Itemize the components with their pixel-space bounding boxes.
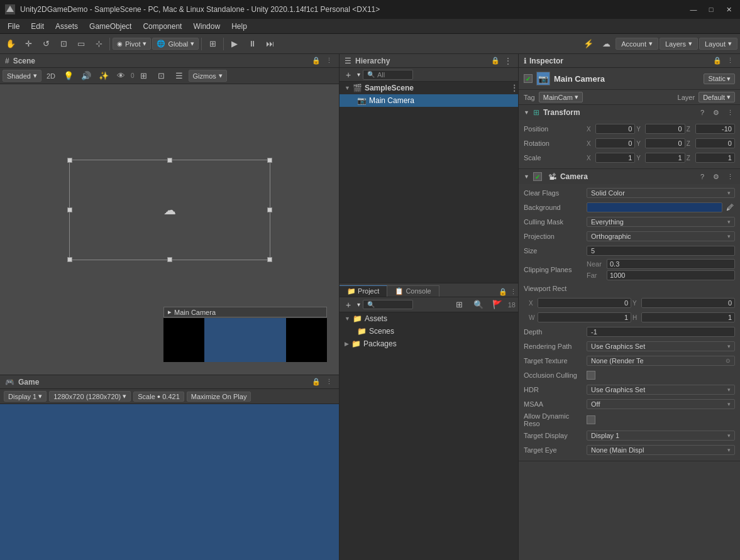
occlusion-culling-checkbox[interactable]: [587, 371, 595, 380]
hierarchy-item-samplescene[interactable]: ▼ 🎬 SampleScene ⋮: [340, 82, 518, 94]
rot-z-input[interactable]: 0: [695, 138, 735, 148]
transform-help-button[interactable]: ?: [697, 107, 707, 118]
project-flag-button[interactable]: 🚩: [489, 297, 505, 312]
close-button[interactable]: ✕: [722, 4, 735, 14]
move-tool-button[interactable]: ✛: [20, 36, 36, 52]
menu-window[interactable]: Window: [188, 21, 225, 32]
project-item-scenes[interactable]: 📁 Scenes: [340, 325, 518, 338]
tab-console[interactable]: 📋 Console: [387, 285, 439, 297]
handle-middle-right[interactable]: [267, 207, 272, 212]
scale-y-input[interactable]: 1: [645, 153, 685, 163]
shading-mode-dropdown[interactable]: Shaded ▾: [3, 70, 41, 82]
snap-settings-button[interactable]: ⊡: [153, 69, 170, 84]
object-name[interactable]: Main Camera: [554, 74, 700, 84]
menu-file[interactable]: File: [3, 21, 25, 32]
transform-settings-button[interactable]: ⚙: [711, 107, 721, 118]
background-pipette-button[interactable]: 🖉: [725, 202, 735, 212]
culling-mask-dropdown[interactable]: Everything ▾: [587, 217, 735, 227]
handle-bottom-right[interactable]: [267, 257, 272, 262]
inspector-menu-button[interactable]: ⋮: [725, 56, 735, 66]
effects-button[interactable]: ✨: [96, 69, 112, 84]
step-button[interactable]: ⏭: [262, 36, 278, 52]
scene-dots[interactable]: ⋮: [511, 84, 518, 92]
hierarchy-item-maincamera[interactable]: 📷 Main Camera: [340, 94, 518, 107]
clear-flags-dropdown[interactable]: Solid Color ▾: [587, 188, 735, 198]
near-input[interactable]: 0.3: [607, 259, 735, 269]
account-dropdown[interactable]: Account ▾: [616, 38, 658, 50]
hierarchy-menu-button[interactable]: ⋮: [503, 56, 513, 66]
menu-gameobject[interactable]: GameObject: [84, 21, 136, 32]
static-dropdown[interactable]: Static ▾: [704, 74, 735, 84]
transform-menu-button[interactable]: ⋮: [725, 107, 735, 118]
play-button[interactable]: ▶: [226, 36, 243, 52]
object-active-checkbox[interactable]: ✓: [524, 74, 533, 83]
allow-dynamic-checkbox[interactable]: [587, 415, 595, 424]
project-lock-button[interactable]: 🔒: [498, 287, 508, 297]
project-menu-button[interactable]: ⋮: [508, 287, 518, 297]
menu-component[interactable]: Component: [138, 21, 187, 32]
menu-help[interactable]: Help: [226, 21, 252, 32]
handle-middle-left[interactable]: [67, 207, 72, 212]
snap-button[interactable]: ⊞: [204, 36, 221, 52]
global-dropdown[interactable]: 🌐 Global ▾: [152, 38, 199, 50]
camera-settings-button[interactable]: ⚙: [711, 172, 721, 182]
hierarchy-lock-button[interactable]: 🔒: [490, 56, 500, 66]
camera-menu-button[interactable]: ⋮: [725, 172, 735, 182]
vr-w-input[interactable]: 1: [538, 312, 631, 322]
game-lock-button[interactable]: 🔒: [311, 377, 321, 387]
audio-button[interactable]: 🔊: [78, 69, 94, 84]
handle-top-middle[interactable]: [167, 158, 172, 163]
maximize-button[interactable]: Maximize On Play: [187, 392, 251, 402]
rotate-tool-button[interactable]: ↺: [38, 36, 54, 52]
scene-view-tools[interactable]: ☰: [171, 69, 187, 84]
layers-dropdown[interactable]: Layers ▾: [660, 38, 698, 50]
pos-y-input[interactable]: 0: [645, 124, 685, 134]
rot-y-input[interactable]: 0: [645, 138, 685, 148]
far-input[interactable]: 1000: [607, 270, 735, 280]
scene-canvas[interactable]: ☁ ▸ Main Camera: [0, 84, 339, 375]
transform-comp-header[interactable]: ▼ ⊞ Transform ? ⚙ ⋮: [519, 105, 740, 120]
camera-comp-header[interactable]: ▼ ✓ 📽 Camera ? ⚙ ⋮: [519, 169, 740, 184]
gizmos-dropdown[interactable]: Gizmos ▾: [189, 70, 227, 82]
pause-button[interactable]: ⏸: [244, 36, 260, 52]
scale-x-input[interactable]: 1: [595, 153, 635, 163]
project-search[interactable]: 🔍: [363, 300, 413, 309]
camera-help-button[interactable]: ?: [697, 172, 707, 182]
collab-button[interactable]: ⚡: [580, 36, 597, 52]
hierarchy-content[interactable]: ▼ 🎬 SampleScene ⋮ 📷 Main Camera: [340, 82, 518, 283]
tag-dropdown[interactable]: MainCam ▾: [539, 92, 583, 102]
depth-input[interactable]: -1: [587, 327, 735, 337]
msaa-dropdown[interactable]: Off ▾: [587, 399, 735, 409]
background-color-swatch[interactable]: [587, 202, 722, 212]
hierarchy-search[interactable]: 🔍 All: [363, 70, 413, 80]
menu-assets[interactable]: Assets: [50, 21, 83, 32]
minimize-button[interactable]: —: [687, 4, 700, 14]
scale-control[interactable]: Scale ● 0.421: [133, 392, 184, 402]
2d-button[interactable]: 2D: [43, 69, 59, 84]
vr-x-input[interactable]: 0: [538, 298, 631, 308]
resolution-dropdown[interactable]: 1280x720 (1280x720) ▾: [49, 391, 131, 402]
pivot-dropdown[interactable]: ◉ Pivot ▾: [113, 38, 151, 50]
transform-tool-button[interactable]: ⊹: [91, 36, 107, 52]
inspector-lock-button[interactable]: 🔒: [712, 56, 722, 66]
cloud-button[interactable]: ☁: [598, 36, 614, 52]
hdr-dropdown[interactable]: Use Graphics Set ▾: [587, 385, 735, 395]
handle-bottom-left[interactable]: [67, 257, 72, 262]
layout-dropdown[interactable]: Layout ▾: [699, 38, 737, 50]
rendering-path-dropdown[interactable]: Use Graphics Set ▾: [587, 341, 735, 351]
maximize-button[interactable]: □: [705, 4, 717, 14]
project-add-button[interactable]: +: [342, 299, 355, 311]
scale-tool-button[interactable]: ⊡: [55, 36, 72, 52]
target-eye-dropdown[interactable]: None (Main Displ ▾: [587, 445, 735, 455]
size-input[interactable]: 5: [587, 246, 735, 256]
hand-tool-button[interactable]: ✋: [3, 36, 19, 52]
pos-z-input[interactable]: -10: [695, 124, 735, 134]
scene-menu-button[interactable]: ⋮: [324, 56, 334, 66]
menu-edit[interactable]: Edit: [26, 21, 49, 32]
handle-top-left[interactable]: [67, 158, 72, 163]
project-item-packages[interactable]: ▶ 📁 Packages: [340, 338, 518, 350]
rect-tool-button[interactable]: ▭: [73, 36, 89, 52]
project-layout-button[interactable]: ⊞: [451, 297, 468, 312]
handle-bottom-middle[interactable]: [167, 257, 172, 262]
hierarchy-add-button[interactable]: +: [342, 69, 355, 81]
